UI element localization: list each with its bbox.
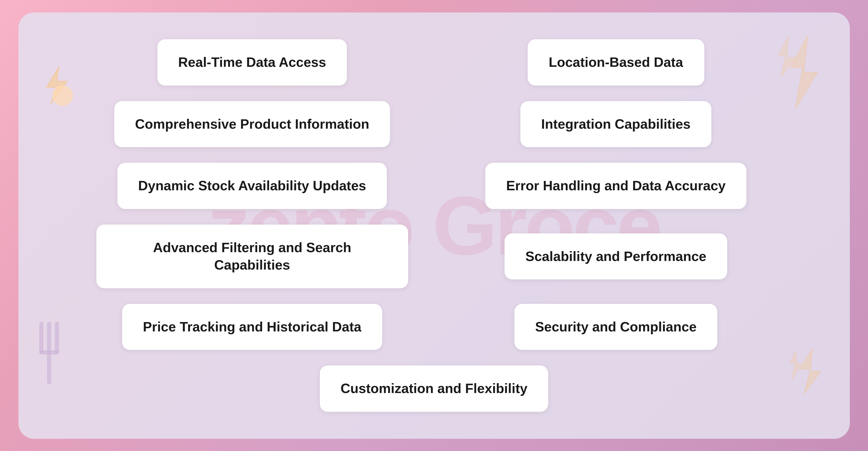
customization-label: Customization and Flexibility <box>341 380 527 397</box>
dynamic-stock-button[interactable]: Dynamic Stock Availability Updates <box>118 163 387 209</box>
main-card: zepto Groce Real-Time Data Access Locati… <box>19 12 850 439</box>
real-time-data-button[interactable]: Real-Time Data Access <box>157 39 347 86</box>
location-based-data-button[interactable]: Location-Based Data <box>528 39 704 86</box>
price-tracking-button[interactable]: Price Tracking and Historical Data <box>122 304 382 350</box>
customization-button[interactable]: Customization and Flexibility <box>320 365 548 412</box>
location-based-data-label: Location-Based Data <box>549 54 683 71</box>
scalability-button[interactable]: Scalability and Performance <box>504 234 727 280</box>
advanced-filtering-label: Advanced Filtering and Search Capabiliti… <box>117 239 388 274</box>
scalability-label: Scalability and Performance <box>525 248 706 265</box>
security-compliance-button[interactable]: Security and Compliance <box>515 304 717 350</box>
advanced-filtering-button[interactable]: Advanced Filtering and Search Capabiliti… <box>96 224 408 288</box>
integration-capabilities-label: Integration Capabilities <box>541 115 690 133</box>
feature-grid: Real-Time Data Access Location-Based Dat… <box>19 19 850 432</box>
comprehensive-product-label: Comprehensive Product Information <box>135 115 369 133</box>
price-tracking-label: Price Tracking and Historical Data <box>143 318 361 336</box>
security-compliance-label: Security and Compliance <box>535 318 696 336</box>
integration-capabilities-button[interactable]: Integration Capabilities <box>520 101 711 147</box>
error-handling-button[interactable]: Error Handling and Data Accuracy <box>485 163 746 209</box>
error-handling-label: Error Handling and Data Accuracy <box>506 177 725 195</box>
comprehensive-product-button[interactable]: Comprehensive Product Information <box>114 101 390 147</box>
real-time-data-label: Real-Time Data Access <box>178 54 326 71</box>
dynamic-stock-label: Dynamic Stock Availability Updates <box>138 177 366 195</box>
